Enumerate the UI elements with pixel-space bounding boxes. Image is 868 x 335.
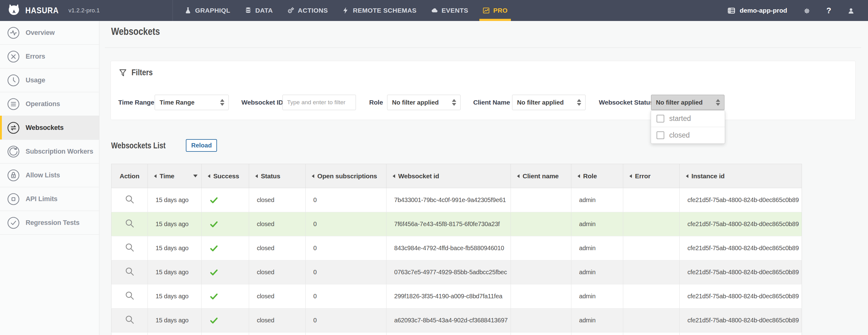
nav-item-label: ACTIONS [298,7,328,14]
nav-item-data[interactable]: DATA [237,0,280,21]
status-option-started[interactable]: started [651,110,725,127]
check-icon [209,316,219,325]
websocket-id-label: Websocket ID [241,99,283,106]
select-arrows-icon [220,99,224,106]
sidebar-item-subscription-workers[interactable]: Subscription Workers [0,140,99,164]
sidebar-item-overview[interactable]: Overview [0,21,99,45]
error-cell [623,236,680,260]
nav-item-events[interactable]: EVENTS [424,0,475,21]
nav-item-label: DATA [255,7,273,14]
table-body: 15 days agoclosed07b433001-79bc-4c0f-991… [112,188,802,335]
nav-item-actions[interactable]: ACTIONS [280,0,335,21]
open-subscriptions-cell: 0 [306,188,386,212]
sort-triangle-icon [578,174,580,178]
sidebar-item-usage[interactable]: Usage [0,68,99,92]
role-select[interactable]: No filter applied [387,95,461,110]
sidebar-item-operations[interactable]: Operations [0,92,99,116]
status-option-closed[interactable]: closed [651,127,725,143]
sidebar-item-allow-lists[interactable]: Allow Lists [0,164,99,187]
role-label: Role [369,99,383,106]
empty-cell [571,333,623,335]
column-label: Role [583,172,597,180]
sidebar-item-label: Websockets [26,124,64,132]
column-header-error[interactable]: Error [623,164,680,188]
websocket-status-value: No filter applied [656,99,703,106]
sidebar-item-errors[interactable]: Errors [0,45,99,68]
table-row: 15 days agoclosed0843c984e-4792-4ffd-bac… [112,236,802,260]
column-header-status[interactable]: Status [249,164,306,188]
nav-item-label: EVENTS [441,7,468,14]
role-cell: admin [571,188,623,212]
empty-cell [112,333,148,335]
column-header-time[interactable]: Time [148,164,202,188]
account-button[interactable] [847,6,855,15]
sort-triangle-icon [208,174,210,178]
checkbox-started[interactable] [656,115,664,123]
check-icon [209,292,219,301]
websocket-id-input[interactable] [282,95,356,110]
filters-heading: Filters [118,68,156,77]
status-option-label: started [669,114,691,123]
column-label: Error [635,172,650,180]
pulse-icon [7,27,20,39]
success-cell [202,284,249,308]
gears-icon [287,7,294,14]
check-icon [209,220,219,229]
sidebar-item-regression-tests[interactable]: Regression Tests [0,211,99,235]
websocket-status-select[interactable]: No filter applied [651,95,724,110]
nav-item-pro[interactable]: PRO [475,0,515,21]
status-cell: closed [249,284,306,308]
open-subscriptions-cell: 0 [306,236,386,260]
client-name-select[interactable]: No filter applied [512,95,586,110]
role-cell: admin [571,212,623,236]
row-inspect-button[interactable] [124,266,135,277]
empty-cell [680,333,802,335]
column-header-role[interactable]: Role [571,164,623,188]
row-inspect-button[interactable] [124,290,135,301]
column-header-client-name[interactable]: Client name [511,164,571,188]
time-range-select[interactable]: Time Range [155,95,229,110]
clock-icon [7,74,20,87]
empty-cell [386,333,511,335]
help-button[interactable]: ? [826,6,831,15]
hasura-logo-icon [7,3,21,18]
list-circle-icon [7,98,20,110]
column-header-action: Action [112,164,148,188]
project-switcher[interactable]: demo-app-prod [727,6,787,15]
column-header-success[interactable]: Success [202,164,249,188]
row-inspect-button[interactable] [124,194,135,204]
open-subscriptions-cell: 0 [306,260,386,284]
flask-icon [184,7,192,14]
action-cell [112,260,148,284]
column-header-websocket-id[interactable]: Websocket id [386,164,511,188]
websockets-table: ActionTimeSuccessStatusOpen subscription… [111,164,802,335]
nav-item-remote-schemas[interactable]: REMOTE SCHEMAS [335,0,424,21]
websocket-id-cell: 7f6f456a-7e43-45f8-8175-6f0fe730a23f [386,212,511,236]
empty-cell [249,333,306,335]
nav-item-label: PRO [493,7,508,14]
instance-id-cell: cfe21d5f-75ab-4800-824b-d0ec865c0b89 [680,308,802,333]
check-icon [209,244,219,253]
reload-button[interactable]: Reload [186,139,217,152]
column-header-inner: Client name [511,172,571,180]
column-header-inner: Websocket id [386,172,510,180]
action-cell [112,188,148,212]
column-header-instance-id[interactable]: Instance id [680,164,802,188]
brand[interactable]: HASURA v1.2.2-pro.1 [0,0,173,21]
row-inspect-button[interactable] [124,242,135,253]
checkbox-closed[interactable] [656,131,664,139]
settings-button[interactable] [803,6,811,15]
select-arrows-icon [577,99,581,106]
nav-item-graphiql[interactable]: GRAPHIQL [177,0,237,21]
client-name-cell [511,188,571,212]
column-header-open-subscriptions[interactable]: Open subscriptions [306,164,386,188]
row-inspect-button[interactable] [124,314,135,325]
sort-triangle-icon [517,174,520,178]
row-inspect-button[interactable] [124,218,135,229]
sidebar-item-api-limits[interactable]: API Limits [0,187,99,211]
sidebar-item-websockets[interactable]: Websockets [0,116,99,140]
client-name-cell [511,284,571,308]
websocket-id-cell: 299f1826-3f35-4190-a009-c8bd7fa11fea [386,284,511,308]
magnifier-icon [124,314,135,325]
client-name-value: No filter applied [517,99,564,106]
